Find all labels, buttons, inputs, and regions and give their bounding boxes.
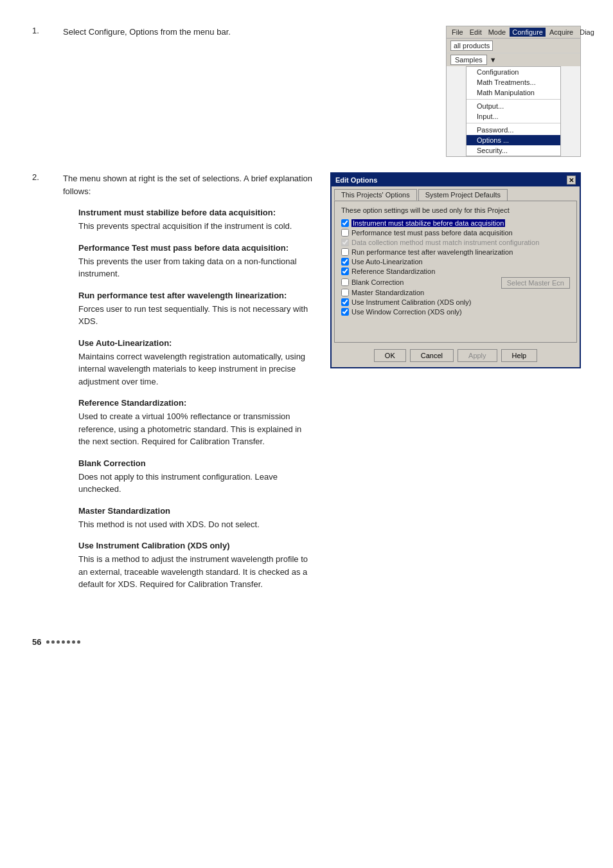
section-2: Performance Test must pass before data a… [78,243,315,280]
help-button[interactable]: Help [501,349,538,362]
checkbox-instrument-cal-label: Use Instrument Calibration (XDS only) [351,298,471,306]
menu-security[interactable]: Security... [466,145,560,156]
step-1-number: 1. [32,26,48,35]
section-7-para: This method is not used with XDS. Do not… [78,518,315,531]
footer-dot-3 [57,640,60,644]
checkbox-run-performance[interactable] [341,248,349,256]
menu-input[interactable]: Input... [466,111,560,122]
section-3-para: Forces user to run test sequentially. Th… [78,303,315,328]
checkbox-row-6: Reference Standardization [341,267,570,275]
footer-dots [46,640,80,644]
tab-this-projects-options[interactable]: This Projects' Options [334,189,417,201]
checkbox-reference-std-label: Reference Standardization [351,267,435,275]
checkbox-run-performance-label: Run performance test after wavelength li… [351,248,513,256]
menu-bar: File Edit Mode Configure Acquire Diag [447,26,580,39]
step-1-image: File Edit Mode Configure Acquire Diag al… [446,26,581,157]
checkbox-row-2: Performance test must pass before data a… [341,229,570,237]
products-dropdown[interactable]: all products [450,41,493,51]
step-1-row: 1. Select Configure, Options from the me… [32,26,581,157]
section-3-heading: Run performance test after wavelength li… [78,291,315,300]
dialog-title: Edit Options [335,176,377,184]
section-1-heading: Instrument must stabilize before data ac… [78,208,315,217]
menu-configuration[interactable]: Configuration [466,67,560,77]
checkbox-row-10: Use Window Correction (XDS only) [341,308,570,316]
menu-math-treatments[interactable]: Math Treatments... [466,77,560,87]
ok-button[interactable]: OK [374,349,406,362]
checkbox-auto-linearization[interactable] [341,258,349,266]
section-6: Blank Correction Does not apply to this … [78,458,315,496]
footer-dot-6 [72,640,75,644]
menu-file[interactable]: File [449,28,466,37]
checkbox-window-correction[interactable] [341,308,349,316]
dialog-close-button[interactable]: ✕ [567,176,576,185]
samples-row: Samples ▼ [447,53,580,66]
step-2-row: 2. The menu shown at right is the set of… [32,172,581,601]
select-master-button: Select Master Ecn [501,277,570,289]
checkbox-stabilize-label: Instrument must stabilize before data ac… [351,219,505,227]
page-number: 56 [32,637,41,647]
checkbox-reference-std[interactable] [341,267,349,275]
dialog-body: These option settings will be used only … [334,201,577,343]
menu-output[interactable]: Output... [466,101,560,111]
footer-dot-5 [67,640,70,644]
section-3: Run performance test after wavelength li… [78,291,315,328]
section-2-para: This prevents the user from taking data … [78,255,315,280]
section-5-heading: Reference Standardization: [78,398,315,408]
step-1-text: Select Configure, Options from the menu … [63,26,431,39]
dialog-titlebar: Edit Options ✕ [332,174,580,186]
section-4-para: Maintains correct wavelength registratio… [78,350,315,388]
section-4: Use Auto-Linearization: Maintains correc… [78,338,315,388]
menu-diag[interactable]: Diag [577,28,597,37]
checkbox-data-collection [341,239,349,246]
menu-edit[interactable]: Edit [467,28,484,37]
menu-acquire[interactable]: Acquire [547,28,576,37]
dialog-tabs: This Projects' Options System Project De… [332,186,580,201]
checkbox-row-7: Blank Correction [341,278,404,286]
checkbox-row-5: Use Auto-Linearization [341,258,570,266]
apply-button[interactable]: Apply [458,349,497,362]
samples-tab[interactable]: Samples [450,55,487,65]
tab-system-project-defaults[interactable]: System Project Defaults [418,189,508,201]
checkbox-window-correction-label: Use Window Correction (XDS only) [351,308,462,316]
section-2-heading: Performance Test must pass before data a… [78,243,315,253]
checkbox-blank-correction[interactable] [341,278,349,286]
menu-options[interactable]: Options ... [466,135,560,145]
checkbox-row-1: Instrument must stabilize before data ac… [341,219,570,227]
toolbar-row: all products [447,39,580,53]
cancel-button[interactable]: Cancel [410,349,454,362]
checkbox-master-std-label: Master Standardization [351,289,424,296]
step-2-number: 2. [32,172,48,182]
section-8-heading: Use Instrument Calibration (XDS only) [78,541,315,550]
section-1-para: This prevents spectral acquisition if th… [78,220,315,233]
section-7: Master Standardization This method is no… [78,506,315,531]
checkbox-blank-correction-label: Blank Correction [351,278,404,286]
page-content: 1. Select Configure, Options from the me… [32,26,581,647]
checkbox-row-9: Use Instrument Calibration (XDS only) [341,298,570,306]
samples-dash: ▼ [490,56,497,64]
checkbox-master-std[interactable] [341,289,349,296]
configure-dropdown: Configuration Math Treatments... Math Ma… [466,66,561,156]
checkbox-performance-test[interactable] [341,229,349,237]
step-2-text: The menu shown at right is the set of se… [63,172,315,197]
step-2-content: The menu shown at right is the set of se… [63,172,315,601]
page-footer: 56 [32,637,581,647]
section-4-heading: Use Auto-Linearization: [78,338,315,348]
menu-configure[interactable]: Configure [510,28,546,37]
separator-2 [466,123,560,123]
footer-dot-1 [46,640,49,644]
checkbox-stabilize[interactable] [341,219,349,227]
checkbox-auto-linearization-label: Use Auto-Linearization [351,258,423,266]
menu-math-manipulation[interactable]: Math Manipulation [466,87,560,98]
section-8-para: This is a method to adjust the instrumen… [78,553,315,591]
menu-password[interactable]: Password... [466,125,560,135]
section-6-heading: Blank Correction [78,458,315,468]
menu-mode[interactable]: Mode [486,28,509,37]
dialog-description: These option settings will be used only … [341,206,570,214]
section-5-para: Used to create a virtual 100% reflectanc… [78,410,315,448]
section-5: Reference Standardization: Used to creat… [78,398,315,448]
checkbox-row-8: Master Standardization [341,289,570,296]
section-8: Use Instrument Calibration (XDS only) Th… [78,541,315,591]
footer-dot-7 [77,640,80,644]
checkbox-instrument-cal[interactable] [341,298,349,306]
section-6-para: Does not apply to this instrument config… [78,471,315,496]
